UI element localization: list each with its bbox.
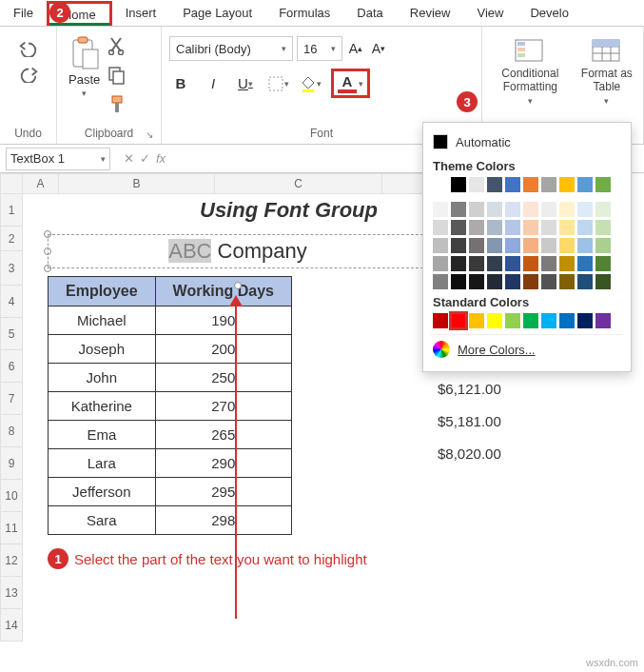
color-swatch[interactable] [577,177,593,192]
color-swatch[interactable] [523,177,538,192]
cell-employee[interactable]: Joseph [49,335,156,364]
decrease-font-icon[interactable]: A▾ [369,39,388,58]
fx-icon[interactable]: fx [156,151,166,166]
select-all-corner[interactable] [0,173,23,194]
menu-formulas[interactable]: Formulas [265,2,343,24]
color-swatch[interactable] [541,238,556,253]
format-painter-icon[interactable] [107,95,127,117]
cell-employee[interactable]: John [49,364,156,392]
cut-icon[interactable] [107,36,127,58]
color-swatch[interactable] [433,202,448,217]
undo-icon[interactable] [18,40,39,60]
menu-pagelayout[interactable]: Page Layout [169,2,265,24]
textbox[interactable]: ABC Company [48,234,428,268]
color-swatch[interactable] [451,202,466,217]
color-swatch[interactable] [487,202,502,217]
row-header-6[interactable]: 6 [0,350,23,383]
color-swatch[interactable] [595,274,611,289]
color-swatch[interactable] [487,256,502,271]
paste-button[interactable]: Paste ▾ [65,32,104,125]
color-swatch[interactable] [469,274,484,289]
color-swatch[interactable] [433,220,448,235]
color-swatch[interactable] [451,256,466,271]
color-swatch[interactable] [433,313,448,328]
color-swatch[interactable] [541,256,556,271]
cell-days[interactable]: 250 [155,364,291,392]
font-color-button[interactable]: A ▾ [331,69,370,98]
automatic-color[interactable]: Automatic [431,130,623,153]
color-swatch[interactable] [469,256,484,271]
cell-employee[interactable]: Sara [49,506,156,535]
color-swatch[interactable] [559,313,575,328]
enter-icon[interactable]: ✓ [140,151,150,166]
color-swatch[interactable] [523,202,538,217]
color-swatch[interactable] [451,274,466,289]
row-header-7[interactable]: 7 [0,383,23,415]
color-swatch[interactable] [595,256,611,271]
cell-days[interactable]: 265 [155,421,291,449]
cell-salary[interactable]: $8,020.00 [419,437,501,469]
cell-employee[interactable]: Lara [49,449,156,478]
color-swatch[interactable] [469,177,484,192]
color-swatch[interactable] [469,202,484,217]
cell-employee[interactable]: Katherine [49,392,156,421]
color-swatch[interactable] [541,202,556,217]
color-swatch[interactable] [577,256,593,271]
color-swatch[interactable] [487,238,502,253]
color-swatch[interactable] [559,202,575,217]
color-swatch[interactable] [433,177,448,192]
row-header-12[interactable]: 12 [0,544,23,577]
col-header-c[interactable]: C [215,173,382,194]
color-swatch[interactable] [469,220,484,235]
color-swatch[interactable] [451,238,466,253]
color-swatch[interactable] [595,202,611,217]
cell-employee[interactable]: Jefferson [49,478,156,506]
cell-salary[interactable]: $6,121.00 [419,372,501,405]
copy-icon[interactable] [107,66,127,88]
cell-days[interactable]: 190 [155,306,291,335]
color-swatch[interactable] [487,220,502,235]
color-swatch[interactable] [595,177,611,192]
color-swatch[interactable] [505,202,520,217]
color-swatch[interactable] [577,220,593,235]
font-size-select[interactable]: 16▾ [297,36,342,61]
color-swatch[interactable] [505,220,520,235]
redo-icon[interactable] [18,66,39,86]
menu-view[interactable]: View [463,2,517,24]
color-swatch[interactable] [577,238,593,253]
color-swatch[interactable] [505,177,520,192]
color-swatch[interactable] [541,274,556,289]
row-header-5[interactable]: 5 [0,318,23,350]
color-swatch[interactable] [433,256,448,271]
color-swatch[interactable] [451,220,466,235]
underline-button[interactable]: U ▾ [234,72,257,95]
color-swatch[interactable] [559,274,575,289]
color-swatch[interactable] [541,177,556,192]
increase-font-icon[interactable]: A▴ [346,39,365,58]
font-name-select[interactable]: Calibri (Body)▾ [169,36,293,61]
color-swatch[interactable] [523,220,538,235]
cell-days[interactable]: 290 [155,449,291,478]
color-swatch[interactable] [487,313,502,328]
color-swatch[interactable] [523,313,538,328]
chevron-down-icon[interactable]: ▾ [359,79,363,89]
format-as-table-button[interactable]: Format as Table▾ [578,38,635,107]
color-swatch[interactable] [559,177,575,192]
row-header-8[interactable]: 8 [0,415,23,447]
cell-days[interactable]: 270 [155,392,291,421]
color-swatch[interactable] [559,256,575,271]
color-swatch[interactable] [541,313,556,328]
dialog-launcher-icon[interactable]: ↘ [146,129,153,140]
cell-days[interactable]: 295 [155,478,291,506]
menu-insert[interactable]: Insert [112,2,170,24]
color-swatch[interactable] [577,313,593,328]
menu-developer[interactable]: Develo [517,2,581,24]
color-swatch[interactable] [595,313,611,328]
italic-button[interactable]: I [202,72,224,95]
cell-days[interactable]: 298 [155,506,291,535]
color-swatch[interactable] [577,202,593,217]
color-swatch[interactable] [595,220,611,235]
textbox-text[interactable]: ABC Company [68,239,408,264]
name-box[interactable]: TextBox 1▾ [6,148,110,170]
color-swatch[interactable] [487,274,502,289]
